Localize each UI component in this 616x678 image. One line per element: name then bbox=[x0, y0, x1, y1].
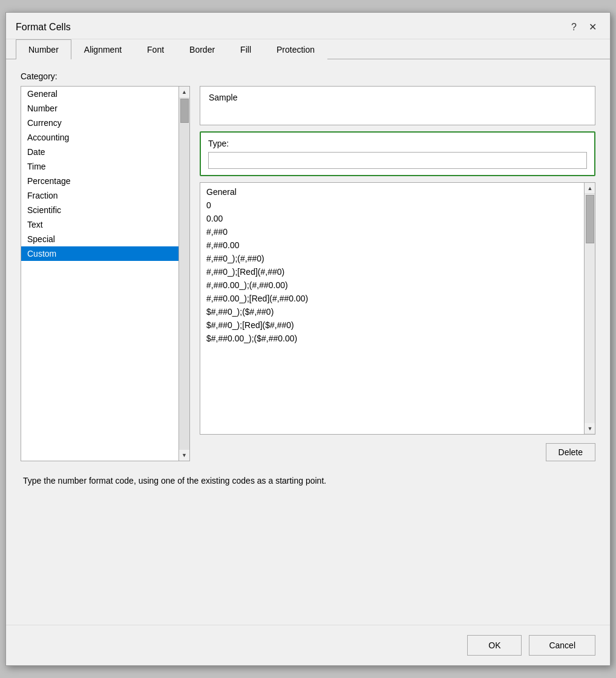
format-scroll-up[interactable]: ▲ bbox=[585, 183, 595, 194]
type-label: Type: bbox=[208, 139, 587, 148]
scroll-down-arrow[interactable]: ▼ bbox=[179, 450, 190, 461]
format-item[interactable]: #,##0.00_);(#,##0.00) bbox=[200, 278, 584, 292]
sample-label: Sample bbox=[209, 93, 586, 102]
category-item[interactable]: Fraction bbox=[21, 188, 189, 203]
format-item[interactable]: 0.00 bbox=[200, 212, 584, 225]
tab-protection[interactable]: Protection bbox=[264, 39, 327, 59]
scroll-track bbox=[179, 97, 189, 450]
category-item[interactable]: Text bbox=[21, 217, 189, 232]
format-item[interactable]: #,##0_);(#,##0) bbox=[200, 252, 584, 265]
delete-button[interactable]: Delete bbox=[546, 443, 595, 461]
title-bar: Format Cells ? ✕ bbox=[6, 13, 610, 39]
hint-text: Type the number format code, using one o… bbox=[21, 476, 595, 485]
category-label: Category: bbox=[21, 71, 595, 81]
cancel-button[interactable]: Cancel bbox=[529, 635, 595, 656]
tab-bar: Number Alignment Font Border Fill Protec… bbox=[6, 39, 610, 59]
format-item[interactable]: 0 bbox=[200, 199, 584, 212]
category-item[interactable]: General bbox=[21, 87, 189, 101]
tab-fill[interactable]: Fill bbox=[228, 39, 264, 59]
category-item[interactable]: Accounting bbox=[21, 130, 189, 145]
dialog-title: Format Cells bbox=[16, 22, 71, 33]
sample-box: Sample bbox=[200, 86, 595, 125]
category-item[interactable]: Currency bbox=[21, 116, 189, 130]
category-item[interactable]: Date bbox=[21, 145, 189, 159]
close-button[interactable]: ✕ bbox=[585, 20, 600, 34]
category-item[interactable]: Scientific bbox=[21, 203, 189, 217]
title-bar-left: Format Cells bbox=[16, 22, 71, 33]
format-list: General00.00#,##0#,##0.00#,##0_);(#,##0)… bbox=[200, 183, 584, 434]
category-list-container: GeneralNumberCurrencyAccountingDateTimeP… bbox=[21, 86, 190, 461]
format-item[interactable]: #,##0.00 bbox=[200, 239, 584, 252]
format-item[interactable]: $#,##0.00_);($#,##0.00) bbox=[200, 332, 584, 345]
category-list: GeneralNumberCurrencyAccountingDateTimeP… bbox=[21, 87, 189, 461]
format-cells-dialog: Format Cells ? ✕ Number Alignment Font B… bbox=[5, 12, 611, 666]
type-input[interactable] bbox=[208, 152, 587, 169]
format-item[interactable]: General bbox=[200, 185, 584, 199]
format-list-container: General00.00#,##0#,##0.00#,##0_);(#,##0)… bbox=[200, 182, 595, 435]
category-item[interactable]: Time bbox=[21, 159, 189, 174]
format-item[interactable]: #,##0 bbox=[200, 225, 584, 239]
format-scroll-thumb[interactable] bbox=[586, 195, 594, 243]
tab-border[interactable]: Border bbox=[177, 39, 228, 59]
help-button[interactable]: ? bbox=[568, 21, 580, 34]
dialog-content: Category: GeneralNumberCurrencyAccountin… bbox=[6, 59, 610, 625]
delete-btn-row: Delete bbox=[200, 443, 595, 461]
category-item[interactable]: Number bbox=[21, 101, 189, 116]
format-scroll-down[interactable]: ▼ bbox=[585, 423, 595, 434]
format-item[interactable]: $#,##0_);($#,##0) bbox=[200, 305, 584, 318]
format-item[interactable]: #,##0.00_);[Red](#,##0.00) bbox=[200, 292, 584, 305]
right-panel: Sample Type: General00.00#,##0#,##0.00#,… bbox=[200, 86, 595, 461]
format-scrollbar: ▲ ▼ bbox=[584, 183, 595, 434]
ok-button[interactable]: OK bbox=[467, 635, 522, 656]
type-section: Type: bbox=[200, 131, 595, 176]
format-scroll-track bbox=[585, 194, 595, 423]
category-item[interactable]: Special bbox=[21, 232, 189, 246]
category-item[interactable]: Percentage bbox=[21, 174, 189, 188]
category-item[interactable]: Custom bbox=[21, 246, 189, 261]
bottom-bar: OK Cancel bbox=[6, 625, 610, 665]
tab-alignment[interactable]: Alignment bbox=[71, 39, 134, 59]
main-area: GeneralNumberCurrencyAccountingDateTimeP… bbox=[21, 86, 595, 461]
scroll-up-arrow[interactable]: ▲ bbox=[179, 87, 190, 97]
scroll-thumb[interactable] bbox=[180, 99, 189, 123]
tab-font[interactable]: Font bbox=[134, 39, 177, 59]
title-bar-right: ? ✕ bbox=[568, 20, 600, 34]
category-scrollbar: ▲ ▼ bbox=[179, 87, 189, 461]
format-item[interactable]: $#,##0_);[Red]($#,##0) bbox=[200, 318, 584, 332]
format-item[interactable]: #,##0_);[Red](#,##0) bbox=[200, 265, 584, 278]
tab-number[interactable]: Number bbox=[16, 39, 71, 59]
